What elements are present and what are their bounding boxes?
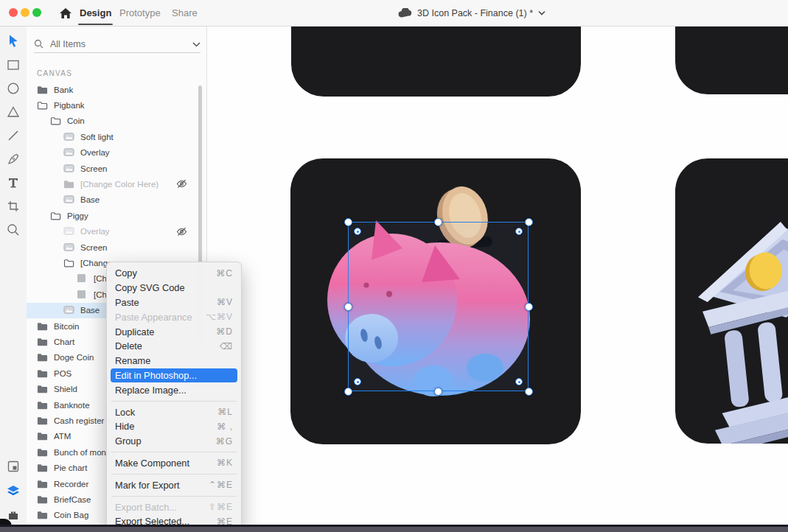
menu-item-replace-image[interactable]: Replace Image...	[111, 382, 237, 397]
bank-building-3d-icon[interactable]	[675, 158, 788, 444]
line-tool-button[interactable]	[6, 128, 21, 143]
bottom-window-edge	[0, 525, 788, 532]
menu-item-shortcut: ⌘L	[217, 407, 233, 417]
tab-prototype[interactable]: Prototype	[119, 0, 161, 26]
layer-row[interactable]: Pigbank	[27, 97, 207, 113]
document-title: 3D Icon Pack - Finance (1) *	[417, 8, 533, 18]
tool-rail	[0, 27, 27, 532]
document-title-dropdown[interactable]: 3D Icon Pack - Finance (1) *	[398, 0, 545, 26]
menu-item-label: Make Component	[115, 458, 217, 469]
selection-handle-bottom-right[interactable]	[525, 388, 533, 396]
folder-filled-icon	[37, 337, 48, 347]
maximize-window-button[interactable]	[32, 8, 41, 17]
corner-radius-handle-bottom-right[interactable]	[515, 378, 523, 385]
menu-item-shortcut: ⌘D	[216, 326, 233, 337]
selection-handle-bottom-left[interactable]	[344, 388, 352, 396]
menu-item-shortcut: ⌘C	[216, 268, 233, 279]
layer-row[interactable]: Base	[27, 192, 207, 208]
layer-search-filter[interactable]: All Items	[34, 35, 201, 53]
layer-row[interactable]: [Change Color Here)	[27, 176, 207, 192]
corner-radius-handle-top-right[interactable]	[515, 228, 523, 235]
menu-item-label: Lock	[115, 407, 217, 418]
layers-icon	[6, 483, 21, 498]
selection-handle-top-right[interactable]	[525, 218, 533, 226]
menu-item-paste-appearance[interactable]: Paste Appearance⌥⌘V	[111, 309, 237, 324]
select-tool-button[interactable]	[6, 34, 21, 49]
layer-label: Soft light	[80, 133, 114, 141]
layer-row[interactable]: Coin	[27, 113, 207, 129]
rectangle-tool-button[interactable]	[6, 57, 21, 72]
layer-label: Pigbank	[54, 101, 85, 110]
layer-row[interactable]: Overlay	[27, 145, 207, 161]
layer-label: Bitcoin	[54, 322, 80, 331]
menu-item-label: Export Batch...	[115, 502, 209, 513]
ellipse-tool-button[interactable]	[6, 81, 21, 96]
eye-off-icon[interactable]	[176, 227, 187, 237]
folder-filled-icon	[37, 494, 48, 505]
menu-item-label: Hide	[115, 421, 217, 432]
tab-share[interactable]: Share	[172, 0, 198, 26]
layer-label: POS	[54, 369, 72, 378]
zoom-tool-button[interactable]	[6, 223, 21, 237]
corner-radius-handle-top-left[interactable]	[354, 228, 361, 235]
layer-row[interactable]: Screen	[27, 161, 207, 176]
layer-row[interactable]: Soft light	[27, 129, 207, 144]
selection-handle-top-left[interactable]	[344, 218, 352, 226]
menu-item-hide[interactable]: Hide⌘ ,	[111, 419, 237, 434]
menu-item-make-component[interactable]: Make Component⌘K	[111, 456, 237, 471]
layer-label: Pie chart	[54, 463, 87, 472]
menu-item-mark-for-export[interactable]: Mark for Export⌃⌘E	[111, 477, 237, 492]
selection-handle-top-mid[interactable]	[434, 218, 442, 226]
folder-filled-icon	[37, 384, 48, 394]
menu-item-duplicate[interactable]: Duplicate⌘D	[111, 324, 237, 339]
square-icon	[77, 273, 88, 284]
chevron-down-icon	[538, 10, 545, 15]
assets-panel-button[interactable]	[6, 459, 21, 474]
layer-label: Base	[80, 306, 100, 315]
close-window-button[interactable]	[9, 8, 18, 17]
layer-row[interactable]: Bank	[27, 82, 207, 97]
corner-radius-handle-bottom-left[interactable]	[354, 378, 361, 385]
layer-row[interactable]: Piggy	[27, 208, 207, 223]
menu-item-copy[interactable]: Copy⌘C	[111, 266, 237, 281]
menu-item-shortcut: ⇧⌘E	[209, 502, 233, 512]
folder-open-icon	[50, 116, 61, 126]
image-icon	[63, 147, 74, 158]
menu-item-label: Replace Image...	[115, 385, 233, 396]
layer-label: Overlay	[80, 148, 110, 157]
menu-item-lock[interactable]: Lock⌘L	[111, 405, 237, 419]
image-icon	[63, 242, 74, 253]
folder-filled-icon	[37, 400, 48, 410]
home-button[interactable]	[59, 7, 72, 20]
folder-filled-icon	[37, 352, 48, 363]
pen-tool-button[interactable]	[6, 152, 21, 167]
menu-item-label: Delete	[115, 340, 220, 351]
filter-chevron-down-icon[interactable]	[192, 41, 201, 47]
layer-row[interactable]: Overlay	[27, 224, 207, 239]
menu-item-shortcut: ⌘K	[217, 458, 233, 468]
selection-handle-right-mid[interactable]	[525, 303, 533, 311]
layer-label: Chart	[54, 337, 74, 346]
menu-item-paste[interactable]: Paste⌘V	[111, 295, 237, 310]
menu-item-rename[interactable]: Rename	[111, 354, 237, 368]
menu-item-export-batch[interactable]: Export Batch...⇧⌘E	[111, 500, 237, 514]
menu-item-shortcut: ⌘ ,	[217, 421, 233, 432]
menu-item-delete[interactable]: Delete⌫	[111, 339, 237, 354]
polygon-tool-button[interactable]	[6, 105, 21, 119]
layer-row[interactable]: Screen	[27, 239, 207, 255]
text-tool-button[interactable]	[6, 175, 21, 190]
minimize-window-button[interactable]	[21, 8, 29, 17]
menu-separator	[111, 496, 237, 497]
selection-box[interactable]	[348, 222, 529, 391]
selection-handle-bottom-mid[interactable]	[434, 388, 442, 396]
tab-design[interactable]: Design	[80, 0, 111, 26]
menu-item-group[interactable]: Group⌘G	[111, 434, 237, 449]
menu-item-copy-svg-code[interactable]: Copy SVG Code	[111, 281, 237, 295]
layers-panel-button[interactable]	[6, 483, 21, 498]
artboard-tool-button[interactable]	[6, 199, 21, 214]
selection-handle-left-mid[interactable]	[344, 303, 352, 311]
menu-item-label: Paste	[115, 297, 217, 308]
menu-item-edit-in-photoshop[interactable]: Edit in Photoshop...	[111, 368, 237, 383]
eye-off-icon[interactable]	[176, 179, 187, 189]
cloud-icon	[398, 8, 412, 18]
